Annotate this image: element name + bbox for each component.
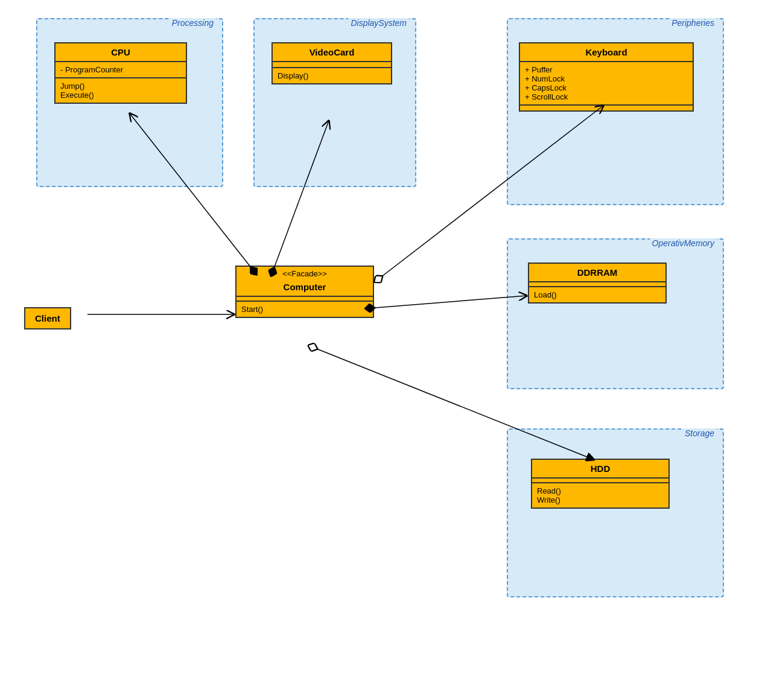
keyboard-name: Keyboard	[520, 43, 693, 62]
pkg-display-label: DisplaySystem	[348, 18, 409, 28]
pkg-processing-label: Processing	[170, 18, 216, 28]
client-label: Client	[35, 313, 60, 323]
cpu-methods: Jump()Execute()	[56, 78, 186, 103]
videocard-name: VideoCard	[273, 43, 391, 62]
hdd-name: HDD	[532, 460, 668, 479]
diagram-container: Processing DisplaySystem Peripheries Ope…	[0, 0, 765, 700]
hdd-methods: Read()Write()	[532, 483, 668, 508]
videocard-methods: Display()	[273, 68, 391, 83]
cpu-attrs: - ProgramCounter	[56, 62, 186, 78]
ddrram-class: DDRRAM Load()	[528, 262, 667, 304]
pkg-storage-label: Storage	[682, 428, 717, 438]
hdd-attrs	[532, 479, 668, 483]
computer-methods: Start()	[236, 302, 373, 317]
ddrram-name: DDRRAM	[529, 264, 665, 282]
keyboard-methods	[520, 106, 693, 110]
computer-to-ddrram-line	[375, 296, 527, 308]
cpu-class: CPU - ProgramCounter Jump()Execute()	[54, 42, 187, 104]
pkg-peripheries-label: Peripheries	[669, 18, 717, 28]
videocard-class: VideoCard Display()	[271, 42, 392, 84]
videocard-attrs	[273, 62, 391, 68]
computer-attrs	[236, 297, 373, 302]
client-box: Client	[24, 307, 71, 329]
computer-stereotype: <<Facade>>	[236, 267, 373, 278]
keyboard-attrs: + Puffer+ NumLock+ CapsLock+ ScrollLock	[520, 62, 693, 106]
computer-name: Computer	[236, 278, 373, 297]
hdd-class: HDD Read()Write()	[531, 459, 670, 509]
keyboard-class: Keyboard + Puffer+ NumLock+ CapsLock+ Sc…	[519, 42, 694, 112]
cpu-name: CPU	[56, 43, 186, 62]
pkg-storage: Storage	[507, 428, 724, 597]
ddrram-attrs	[529, 282, 665, 287]
pkg-operativememory-label: OperativMemory	[650, 238, 717, 248]
pkg-operativememory: OperativMemory	[507, 238, 724, 389]
ddrram-methods: Load()	[529, 287, 665, 302]
computer-class: <<Facade>> Computer Start()	[235, 266, 374, 318]
